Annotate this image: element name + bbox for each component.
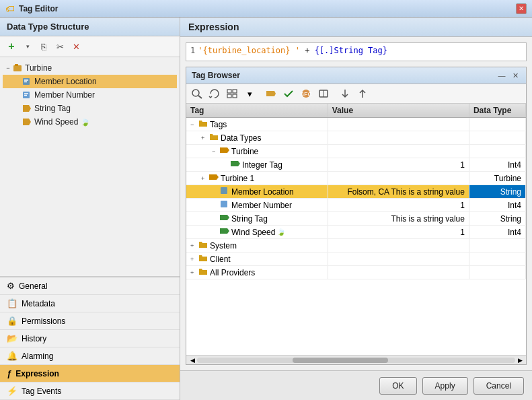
tag-browser-minimize[interactable]: — [496,70,507,81]
table-row[interactable]: + System [186,239,526,253]
nav-expression[interactable]: ƒ Expression [0,365,180,382]
tag-browser: Tag Browser — ✕ ▾ [186,67,527,365]
table-row[interactable]: − Turbine [186,145,526,158]
table-row[interactable]: + All Providers [186,266,526,279]
tree-item-member-location[interactable]: Member Location [3,75,177,88]
value-client [328,253,469,266]
svg-line-11 [198,96,202,98]
tag-label-string-tag: String Tag [231,214,268,224]
ok-button[interactable]: OK [379,377,416,395]
folder-system-icon [198,240,208,251]
tree-label-wind-speed: Wind Speed [34,117,78,127]
cut-button[interactable]: ✂ [52,39,67,54]
table-row[interactable]: + Data Types [186,131,526,145]
left-toolbar: + ▾ ⎘ ✂ ✕ [0,36,180,57]
tag-browser-close[interactable]: ✕ [510,70,521,81]
expression-line-number: 1 [190,46,195,55]
table-row[interactable]: − Tags [186,118,526,131]
wind-speed-tb-icon: 🍃 [277,228,285,236]
left-panel-title: Data Type Structure [0,18,180,36]
nav-general[interactable]: ⚙ General [0,277,180,295]
value-integer-tag: 1 [328,158,469,172]
expander-all-providers: + [190,269,198,276]
add-button[interactable]: + [4,39,19,54]
nav-alarming[interactable]: 🔔 Alarming [0,347,180,365]
right-panel: Expression 1'{turbine_location} ' + {[.]… [180,18,532,400]
tag-integer-icon [231,160,240,170]
tag-label-system: System [210,241,237,251]
tag-events-icon: ⚡ [7,386,17,396]
tag-table-wrapper[interactable]: Tag Value Data Type − [186,104,526,355]
left-panel: Data Type Structure + ▾ ⎘ ✂ ✕ − [0,18,180,400]
tree-item-string-tag[interactable]: String Tag [3,102,177,115]
dtype-member-location: String [469,185,525,199]
data-type-tree: − Turbine [0,57,180,276]
dtype-client [469,253,525,266]
svg-rect-1 [15,64,18,66]
tag-label-tags: Tags [210,120,227,129]
tb-btn-5[interactable]: BFC [298,86,314,101]
tag-member-location-icon [220,187,229,197]
table-row[interactable]: String Tag This is a string value String [186,212,526,226]
apply-button[interactable]: Apply [422,377,468,395]
value-turbine1 [328,172,469,185]
svg-rect-12 [227,90,231,93]
horizontal-scrollbar[interactable]: ◀ ▶ [186,355,526,364]
dtype-wind-speed: Int4 [469,226,525,239]
expression-blue-part: {[.]String Tag} [315,46,387,55]
delete-button[interactable]: ✕ [69,39,83,54]
table-row[interactable]: Member Location Folsom, CA This is a str… [186,185,526,199]
svg-marker-22 [231,161,240,166]
close-button[interactable]: ✕ [516,3,527,14]
tree-item-wind-speed[interactable]: Wind Speed 🍃 [3,115,177,129]
nav-tag-events[interactable]: ⚡ Tag Events [0,382,180,400]
cancel-button[interactable]: Cancel [473,377,524,395]
scrollbar-thumb[interactable] [293,358,388,363]
table-row[interactable]: Wind Speed 🍃 1 Int4 [186,226,526,239]
tag-label-turbine1: Turbine 1 [221,174,254,183]
copy-button[interactable]: ⎘ [36,39,51,54]
tb-btn-check[interactable] [280,86,297,101]
main-container: Data Type Structure + ▾ ⎘ ✂ ✕ − [0,18,532,400]
scroll-right-btn[interactable]: ▶ [515,356,525,365]
dtype-turbine1: Turbine [469,172,525,185]
value-wind-speed: 1 [328,226,469,239]
value-all-providers [328,266,469,279]
bottom-bar: OK Apply Cancel [180,370,532,400]
string-tag-icon [22,103,32,114]
turbine-icon [12,63,23,73]
tag-label-client: Client [210,255,231,264]
tree-item-member-number[interactable]: Member Number [3,88,177,102]
dtype-string-tag: String [469,212,525,226]
tb-btn-4[interactable] [263,86,279,101]
table-row[interactable]: Integer Tag 1 Int4 [186,158,526,172]
tb-btn-3[interactable] [224,86,240,101]
scroll-left-btn[interactable]: ◀ [188,356,197,365]
nav-permissions[interactable]: 🔒 Permissions [0,312,180,330]
dtype-all-providers [469,266,525,279]
tree-label-member-location: Member Location [34,77,97,86]
tb-btn-2[interactable] [206,86,223,101]
nav-metadata[interactable]: 📋 Metadata [0,295,180,312]
tree-label-turbine: Turbine [25,63,52,73]
table-row[interactable]: + Client [186,253,526,266]
svg-rect-14 [227,94,231,98]
add-dropdown-button[interactable]: ▾ [20,39,35,54]
svg-marker-23 [209,174,219,180]
svg-rect-13 [233,90,237,93]
dtype-tags [469,118,525,131]
nav-history[interactable]: 📂 History [0,330,180,347]
tb-btn-up[interactable] [354,86,371,101]
col-value: Value [328,104,469,118]
svg-marker-26 [220,215,229,220]
expression-box[interactable]: 1'{turbine_location} ' + {[.]String Tag} [186,42,527,61]
tb-btn-6[interactable] [315,86,332,101]
expander-system: + [190,242,198,249]
tb-btn-dropdown[interactable]: ▾ [241,86,258,101]
tb-btn-down[interactable] [337,86,353,101]
tree-item-turbine[interactable]: − Turbine [3,61,177,75]
tag-turbine1-icon [209,173,219,183]
tb-btn-1[interactable] [189,86,205,101]
table-row[interactable]: + Turbine 1 Turbine [186,172,526,185]
table-row[interactable]: Member Number 1 Int4 [186,199,526,212]
